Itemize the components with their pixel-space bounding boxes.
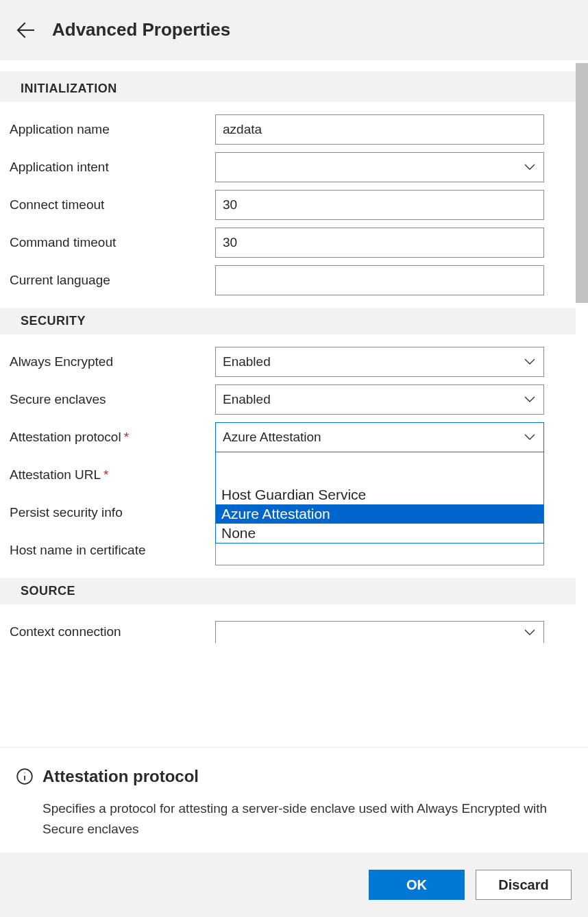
label-always-encrypted: Always Encrypted [10, 354, 215, 369]
chevron-down-icon [523, 430, 537, 444]
required-marker: * [124, 430, 129, 444]
scrollbar-track[interactable] [576, 60, 588, 684]
chevron-down-icon [523, 626, 537, 639]
label-application-intent: Application intent [10, 160, 215, 175]
row-application-name: Application name [10, 114, 578, 145]
row-application-intent: Application intent [10, 152, 578, 182]
label-persist-security-info: Persist security info [10, 505, 215, 520]
label-attestation-protocol: Attestation protocol* [10, 430, 215, 445]
security-fields: Always Encrypted Enabled Secure enclaves… [0, 334, 588, 578]
source-fields: Context connection [0, 604, 588, 647]
label-host-name-in-certificate: Host name in certificate [10, 543, 215, 558]
row-context-connection: Context connection [10, 617, 578, 647]
back-icon[interactable] [14, 18, 38, 42]
select-secure-enclaves-value: Enabled [223, 392, 271, 407]
label-context-connection: Context connection [10, 624, 215, 639]
help-panel: Attestation protocol Specifies a protoco… [0, 747, 588, 853]
required-marker: * [103, 467, 108, 482]
chevron-down-icon [523, 393, 537, 406]
row-current-language: Current language [10, 265, 578, 295]
info-icon [15, 767, 34, 786]
row-always-encrypted: Always Encrypted Enabled [10, 347, 578, 377]
scrollbar-thumb[interactable] [576, 63, 588, 303]
ok-button[interactable]: OK [369, 870, 465, 900]
label-secure-enclaves: Secure enclaves [10, 392, 215, 407]
input-current-language[interactable] [215, 265, 544, 295]
row-attestation-protocol: Attestation protocol* Azure Attestation … [10, 422, 578, 452]
select-secure-enclaves[interactable]: Enabled [215, 384, 544, 415]
label-current-language: Current language [10, 273, 215, 288]
label-attestation-url: Attestation URL* [10, 467, 215, 482]
section-initialization: INITIALIZATION [0, 75, 588, 102]
select-always-encrypted-value: Enabled [223, 354, 271, 369]
dropdown-option-azure-attestation[interactable]: Azure Attestation [216, 504, 543, 524]
select-application-intent[interactable] [215, 152, 544, 182]
label-command-timeout: Command timeout [10, 235, 215, 250]
select-context-connection[interactable] [215, 621, 544, 643]
chevron-down-icon [523, 355, 537, 369]
input-application-name[interactable] [215, 114, 544, 145]
dropdown-option-host-guardian[interactable]: Host Guardian Service [216, 485, 543, 504]
section-source: SOURCE [0, 578, 588, 604]
row-secure-enclaves: Secure enclaves Enabled [10, 384, 578, 415]
help-body: Specifies a protocol for attesting a ser… [42, 798, 563, 839]
chevron-down-icon [523, 160, 537, 174]
label-application-name: Application name [10, 122, 215, 137]
select-always-encrypted[interactable]: Enabled [215, 347, 544, 377]
discard-button[interactable]: Discard [476, 870, 572, 900]
dropdown-option-none[interactable]: None [216, 524, 543, 543]
input-command-timeout[interactable] [215, 228, 544, 258]
dialog-footer: OK Discard [0, 853, 588, 917]
select-attestation-protocol[interactable]: Azure Attestation [215, 422, 544, 452]
select-attestation-protocol-value: Azure Attestation [223, 430, 321, 445]
init-fields: Application name Application intent Conn… [0, 102, 588, 308]
help-title: Attestation protocol [42, 767, 199, 786]
row-connect-timeout: Connect timeout [10, 190, 578, 220]
input-connect-timeout[interactable] [215, 190, 544, 220]
dialog-header: Advanced Properties [0, 0, 588, 60]
label-connect-timeout: Connect timeout [10, 197, 215, 212]
page-title: Advanced Properties [52, 19, 230, 40]
row-command-timeout: Command timeout [10, 228, 578, 258]
dropdown-attestation-protocol[interactable]: Host Guardian Service Azure Attestation … [215, 452, 544, 543]
dropdown-blank-row[interactable] [216, 452, 543, 485]
body-scroll: INITIALIZATION Application name Applicat… [0, 60, 588, 747]
section-security: SECURITY [0, 308, 588, 334]
